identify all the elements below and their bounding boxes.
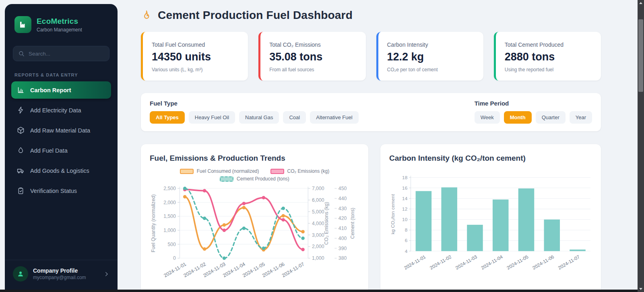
app-tagline: Carbon Management	[37, 27, 82, 33]
svg-text:6: 6	[405, 238, 408, 243]
sidebar-item-verification-status[interactable]: Verification Status	[11, 182, 111, 199]
svg-text:7,000: 7,000	[312, 186, 324, 191]
scrollbar-thumb[interactable]	[638, 19, 643, 92]
company-profile-button[interactable]: Company Profile mycompany@gmail.com	[13, 266, 109, 282]
time_period-option-year[interactable]: Year	[570, 111, 592, 124]
brand-text: EcoMetrics Carbon Management	[37, 17, 82, 33]
svg-text:2024-11-01: 2024-11-01	[403, 254, 427, 271]
time-period-filter: Time Period WeekMonthQuarterYear	[475, 100, 592, 124]
legend-swatch	[220, 176, 233, 182]
stat-value: 12.2 kg	[387, 51, 475, 63]
sidebar: EcoMetrics Carbon Management REPORTS & D…	[5, 4, 118, 290]
svg-text:390: 390	[339, 246, 347, 251]
legend-label: Fuel Consumed (normalized)	[197, 168, 259, 174]
svg-text:1,000: 1,000	[163, 228, 176, 233]
stat-value: 14350 units	[152, 51, 239, 63]
svg-text:400: 400	[339, 236, 347, 241]
fuel-type-pills: All TypesHeavy Fuel OilNatural GasCoalAl…	[150, 111, 359, 124]
page-header: Cement Production Fuel Dashboard	[141, 9, 601, 22]
page-title: Cement Production Fuel Dashboard	[158, 9, 353, 22]
search-box[interactable]	[13, 46, 109, 61]
legend-item-cement-produced-tons[interactable]: Cement Produced (tons)	[220, 176, 289, 182]
svg-text:14: 14	[402, 196, 408, 201]
svg-text:2024-11-02: 2024-11-02	[429, 254, 452, 271]
profile-name: Company Profile	[33, 267, 86, 274]
search-icon	[18, 50, 25, 57]
time_period-option-quarter[interactable]: Quarter	[536, 111, 566, 124]
sidebar-item-carbon-report[interactable]: Carbon Report	[11, 81, 111, 99]
scrollbar-up-button[interactable]	[638, 0, 644, 6]
sidebar-footer: Company Profile mycompany@gmail.com	[5, 260, 118, 290]
svg-text:1,500: 1,500	[163, 213, 176, 219]
stat-value: 2880 tons	[505, 51, 592, 63]
legend-label: CO₂ Emissions (kg)	[287, 168, 330, 174]
line-chart-card: Fuel, Emissions & Production Trends Fuel…	[141, 144, 368, 290]
bar-chart-card: Carbon Intensity (kg CO₂/ton cement) 468…	[380, 144, 601, 290]
stat-card-total-cement-produced: Total Cement Produced2880 tonsUsing the …	[494, 32, 601, 81]
svg-text:2024-11-07: 2024-11-07	[557, 254, 581, 271]
fuel_type-option-all-types[interactable]: All Types	[150, 111, 185, 124]
stat-label: Total Cement Produced	[505, 41, 592, 48]
stat-card-total-fuel-consumed: Total Fuel Consumed14350 unitsVarious un…	[141, 32, 248, 81]
svg-text:380: 380	[339, 255, 347, 261]
svg-text:6,000: 6,000	[312, 197, 324, 203]
profile-email: mycompany@gmail.com	[33, 275, 86, 280]
svg-text:440: 440	[339, 196, 347, 201]
profile-text: Company Profile mycompany@gmail.com	[33, 267, 86, 280]
stat-card-total-co-emissions: Total CO₂ Emissions35.08 tonsFrom all fu…	[258, 32, 365, 81]
charts-row: Fuel, Emissions & Production Trends Fuel…	[141, 144, 601, 290]
scroll-up-icon	[639, 2, 642, 4]
sidebar-item-label: Add Fuel Data	[30, 147, 68, 154]
fuel_type-option-natural-gas[interactable]: Natural Gas	[239, 111, 279, 124]
sidebar-item-add-goods-logistics[interactable]: Add Goods & Logistics	[11, 162, 111, 179]
svg-text:kg CO₂/ton cement: kg CO₂/ton cement	[390, 194, 396, 234]
search-input[interactable]	[29, 51, 104, 57]
stat-sub: CO₂e per ton of cement	[387, 67, 475, 72]
line-chart: 05001,0001,5002,0002,5001,0002,0003,0004…	[150, 183, 359, 286]
time_period-option-week[interactable]: Week	[475, 111, 500, 124]
svg-text:10: 10	[402, 217, 408, 222]
stat-sub: From all fuel sources	[269, 67, 357, 72]
scroll-down-icon	[639, 288, 642, 290]
main-content: Cement Production Fuel Dashboard Total F…	[118, 0, 638, 290]
svg-text:5,000: 5,000	[312, 209, 324, 215]
stat-value: 35.08 tons	[269, 51, 357, 63]
truck-icon	[17, 167, 25, 174]
svg-text:2024-11-05: 2024-11-05	[506, 254, 530, 271]
sidebar-section-label: REPORTS & DATA ENTRY	[14, 72, 108, 77]
svg-text:0: 0	[173, 255, 176, 261]
svg-text:4,000: 4,000	[312, 221, 324, 226]
sidebar-item-add-raw-material-data[interactable]: Add Raw Material Data	[11, 122, 111, 139]
svg-text:2024-11-07: 2024-11-07	[281, 261, 305, 278]
svg-text:2024-11-03: 2024-11-03	[454, 254, 478, 271]
chevron-right-icon	[103, 271, 109, 277]
fuel_type-option-alternative-fuel[interactable]: Alternative Fuel	[310, 111, 358, 124]
svg-text:1,000: 1,000	[312, 255, 324, 261]
fuel_type-option-heavy-fuel-oil[interactable]: Heavy Fuel Oil	[189, 111, 235, 124]
time_period-option-month[interactable]: Month	[504, 111, 532, 124]
svg-text:18: 18	[402, 175, 408, 180]
droplet-icon	[17, 147, 25, 154]
vertical-scrollbar[interactable]	[638, 0, 644, 292]
legend-item-fuel-consumed-normalized[interactable]: Fuel Consumed (normalized)	[180, 168, 259, 174]
svg-text:2024-11-04: 2024-11-04	[480, 254, 504, 271]
sidebar-item-label: Add Electricity Data	[30, 107, 81, 114]
avatar	[13, 266, 28, 282]
factory-logo-icon	[14, 16, 31, 33]
sidebar-item-add-electricity-data[interactable]: Add Electricity Data	[11, 101, 111, 119]
scrollbar-down-button[interactable]	[638, 286, 644, 292]
svg-text:2,000: 2,000	[163, 200, 176, 205]
sidebar-item-label: Add Goods & Logistics	[30, 168, 89, 174]
fuel_type-option-coal[interactable]: Coal	[283, 111, 306, 124]
svg-text:4: 4	[405, 249, 408, 254]
stat-sub: Using the reported fuel	[505, 67, 592, 72]
bar-chart: 46810121416182024-11-012024-11-022024-11…	[389, 172, 592, 276]
stat-label: Total Fuel Consumed	[152, 41, 239, 48]
legend-swatch	[180, 169, 194, 174]
legend-item-co-emissions-kg[interactable]: CO₂ Emissions (kg)	[270, 168, 330, 174]
svg-text:Fuel Quantity (normalized): Fuel Quantity (normalized)	[151, 194, 156, 252]
stat-sub: Various units (L, kg, m³)	[152, 67, 239, 72]
sidebar-item-add-fuel-data[interactable]: Add Fuel Data	[11, 142, 111, 159]
line-chart-legend: Fuel Consumed (normalized)CO₂ Emissions …	[168, 168, 341, 182]
svg-text:430: 430	[339, 206, 347, 211]
